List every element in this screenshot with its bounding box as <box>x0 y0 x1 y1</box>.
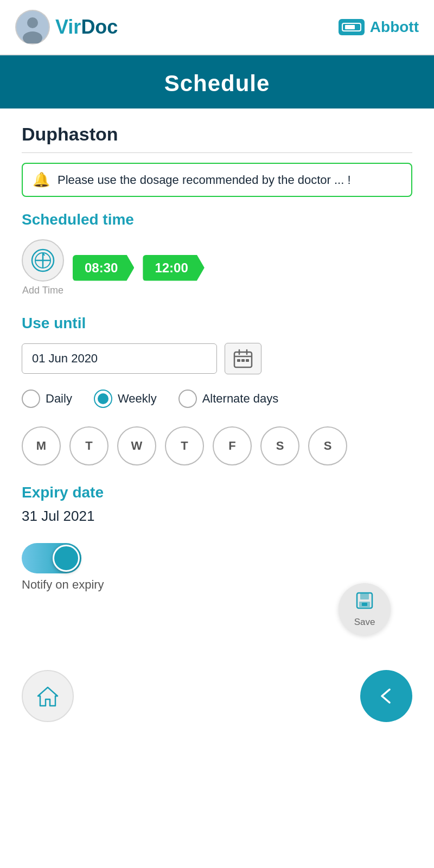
time-value-2: 12:00 <box>155 260 188 276</box>
abbott-label: Abbott <box>370 18 419 36</box>
day-btn-wed[interactable]: W <box>117 426 156 465</box>
radio-alternate-label: Alternate days <box>202 392 279 406</box>
notification-message: Please use the dosage recommended by the… <box>58 173 351 187</box>
day-btn-mon[interactable]: M <box>22 426 61 465</box>
day-btn-fri[interactable]: F <box>213 426 252 465</box>
svg-point-1 <box>27 17 38 28</box>
radio-alternate[interactable]: Alternate days <box>178 390 279 408</box>
abbott-icon <box>339 19 365 35</box>
day-btn-sun[interactable]: S <box>308 426 347 465</box>
notification-box: 🔔 Please use the dosage recommended by t… <box>22 163 412 197</box>
notify-toggle[interactable] <box>22 543 81 573</box>
drug-name: Duphaston <box>22 124 412 145</box>
bottom-nav <box>0 657 434 738</box>
logo-avatar <box>15 10 50 44</box>
radio-daily-label: Daily <box>46 392 72 406</box>
radio-alternate-outer <box>178 390 197 408</box>
notify-save-row: Notify on expiry Save <box>22 543 412 635</box>
time-chip-1[interactable]: 08:30 <box>73 255 134 281</box>
day-buttons: M T W T F S S <box>22 426 412 465</box>
day-btn-tue[interactable]: T <box>69 426 108 465</box>
use-until-label: Use until <box>22 315 412 332</box>
svg-rect-14 <box>241 359 245 362</box>
date-input[interactable] <box>22 343 217 374</box>
page-title: Schedule <box>0 71 434 97</box>
save-icon <box>355 591 374 615</box>
time-chip-2[interactable]: 12:00 <box>143 255 204 281</box>
add-time-label: Add Time <box>22 285 63 296</box>
radio-daily[interactable]: Daily <box>22 390 72 408</box>
radio-daily-outer <box>22 390 40 408</box>
svg-rect-15 <box>246 359 249 362</box>
svg-rect-17 <box>360 593 369 599</box>
time-area: Add Time 08:30 12:00 <box>22 239 412 296</box>
radio-weekly-inner <box>98 393 108 404</box>
logo-text: VirDoc <box>55 16 118 39</box>
scheduled-time-label: Scheduled time <box>22 211 412 228</box>
use-until-row <box>22 343 412 374</box>
bell-icon: 🔔 <box>33 171 50 188</box>
add-time-button[interactable]: Add Time <box>22 239 64 296</box>
logo-area: VirDoc <box>15 10 118 44</box>
day-btn-sat[interactable]: S <box>260 426 299 465</box>
save-button[interactable]: Save <box>339 583 391 635</box>
radio-weekly[interactable]: Weekly <box>94 390 157 408</box>
svg-rect-19 <box>362 603 367 606</box>
svg-rect-13 <box>237 359 240 362</box>
toggle-knob <box>53 545 80 572</box>
abbott-area: Abbott <box>339 18 419 36</box>
schedule-banner: Schedule <box>0 55 434 108</box>
save-label: Save <box>354 617 375 628</box>
header: VirDoc Abbott <box>0 0 434 55</box>
svg-rect-4 <box>345 25 355 29</box>
svg-marker-20 <box>38 687 58 706</box>
calendar-button[interactable] <box>225 343 261 374</box>
frequency-radio-group: Daily Weekly Alternate days <box>22 390 412 408</box>
expiry-label: Expiry date <box>22 484 412 501</box>
expiry-value: 31 Jul 2021 <box>22 508 412 525</box>
time-value-1: 08:30 <box>85 260 118 276</box>
logo-doc: Doc <box>81 16 118 38</box>
divider <box>22 152 412 153</box>
radio-weekly-outer <box>94 390 112 408</box>
notify-toggle-container: Notify on expiry <box>22 543 104 592</box>
home-button[interactable] <box>22 670 74 722</box>
add-time-circle <box>22 239 64 282</box>
back-button[interactable] <box>360 670 412 722</box>
main-content: Duphaston 🔔 Please use the dosage recomm… <box>0 108 434 635</box>
logo-vir: Vir <box>55 16 81 38</box>
notify-label: Notify on expiry <box>22 578 104 592</box>
radio-weekly-label: Weekly <box>118 392 157 406</box>
day-btn-thu[interactable]: T <box>165 426 204 465</box>
